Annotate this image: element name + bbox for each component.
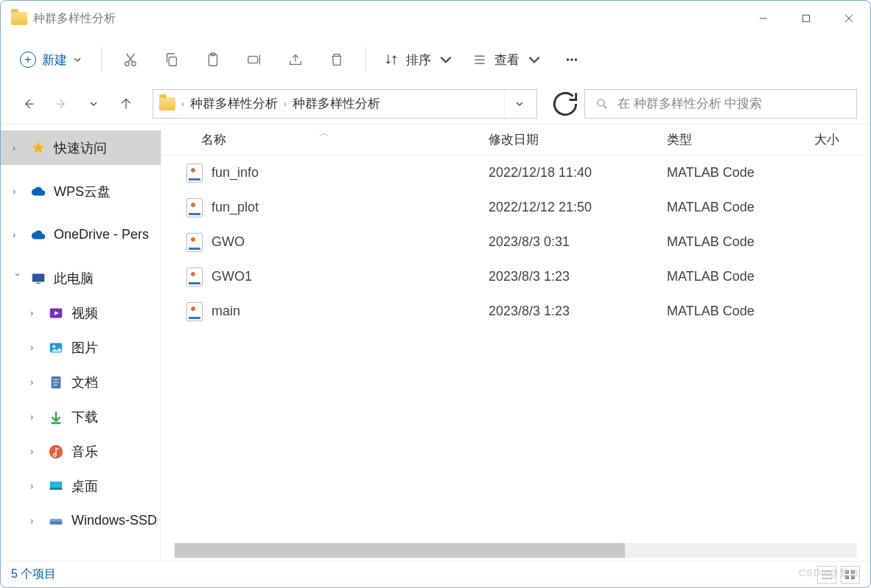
status-text: 5 个项目 [11, 567, 56, 582]
sidebar-item-label: 图片 [71, 339, 98, 357]
new-button[interactable]: + 新建 [10, 46, 92, 74]
table-row[interactable]: fun_plot2022/12/12 21:50MATLAB Code [161, 190, 870, 225]
chevron-right-icon[interactable]: › [13, 186, 23, 197]
search-input[interactable]: 在 种群多样性分析 中搜索 [584, 89, 857, 119]
folder-icon [11, 12, 27, 25]
cut-button[interactable] [111, 43, 150, 76]
sidebar-item-onedrive[interactable]: › OneDrive - Pers [1, 217, 161, 252]
sidebar-item-label: 此电脑 [54, 270, 94, 287]
svg-rect-26 [36, 282, 41, 284]
more-button[interactable] [552, 43, 592, 76]
titlebar: 种群多样性分析 [1, 1, 870, 36]
file-type: MATLAB Code [667, 234, 814, 250]
chevron-right-icon[interactable]: › [30, 480, 41, 491]
video-icon [48, 305, 64, 321]
svg-rect-1 [803, 15, 810, 22]
desktop-icon [48, 478, 64, 494]
sort-icon [384, 52, 399, 67]
file-type: MATLAB Code [667, 165, 814, 181]
forward-button[interactable] [46, 89, 76, 119]
close-button[interactable] [828, 1, 870, 36]
column-size[interactable]: 大小 [814, 131, 870, 148]
recent-button[interactable] [79, 89, 108, 119]
chevron-right-icon[interactable]: › [30, 307, 41, 318]
sidebar-item-this-pc[interactable]: › 此电脑 [1, 261, 161, 295]
file-icon [186, 302, 203, 321]
sidebar-item-wps[interactable]: › WPS云盘 [1, 174, 161, 209]
file-name: fun_info [211, 165, 259, 181]
chevron-right-icon[interactable]: › [30, 515, 41, 526]
file-type: MATLAB Code [667, 269, 814, 284]
sidebar-item-desktop[interactable]: › 桌面 [1, 469, 161, 503]
svg-rect-41 [50, 521, 63, 524]
view-button[interactable]: 查看 [464, 46, 550, 74]
refresh-button[interactable] [549, 89, 581, 119]
sort-button[interactable]: 排序 [375, 46, 462, 74]
drive-icon [48, 513, 64, 529]
sidebar-item-label: 视频 [71, 304, 98, 322]
sidebar-item-videos[interactable]: › 视频 [1, 295, 161, 330]
search-placeholder: 在 种群多样性分析 中搜索 [618, 95, 762, 112]
chevron-down-icon[interactable]: › [13, 273, 24, 284]
chevron-right-icon[interactable]: › [30, 446, 41, 457]
sidebar-item-pictures[interactable]: › 图片 [1, 330, 161, 365]
table-row[interactable]: main2023/8/3 1:23MATLAB Code [161, 294, 870, 329]
svg-point-23 [598, 99, 604, 106]
file-list: fun_info2022/12/18 11:40MATLAB Codefun_p… [161, 155, 870, 543]
file-icon [186, 198, 203, 217]
file-date: 2023/8/3 1:23 [489, 304, 667, 319]
copy-button[interactable] [152, 43, 192, 76]
delete-button[interactable] [317, 43, 357, 76]
window-controls [742, 1, 870, 36]
breadcrumb-dropdown[interactable] [504, 90, 534, 118]
table-row[interactable]: GWO2023/8/3 0:31MATLAB Code [161, 225, 870, 259]
file-date: 2022/12/18 11:40 [489, 165, 667, 181]
scrollbar-thumb[interactable] [175, 543, 625, 558]
sidebar-item-windows-ssd[interactable]: › Windows-SSD [1, 503, 161, 538]
svg-point-17 [567, 58, 569, 60]
column-date[interactable]: 修改日期 [489, 131, 667, 148]
breadcrumb-item[interactable]: 种群多样性分析 [184, 95, 284, 112]
file-type: MATLAB Code [667, 304, 814, 319]
horizontal-scrollbar[interactable] [175, 543, 857, 558]
chevron-right-icon[interactable]: › [30, 377, 41, 388]
table-row[interactable]: GWO12023/8/3 1:23MATLAB Code [161, 259, 870, 294]
maximize-button[interactable] [785, 1, 828, 36]
sidebar-item-quick-access[interactable]: › ★ 快速访问 [1, 130, 161, 165]
sidebar-item-documents[interactable]: › 文档 [1, 365, 161, 399]
watermark: CSDN@楚歌 [799, 567, 860, 580]
file-name: GWO1 [211, 269, 252, 284]
breadcrumb[interactable]: › 种群多样性分析 › 种群多样性分析 [153, 89, 537, 119]
picture-icon [48, 340, 64, 356]
file-name: main [211, 304, 240, 319]
up-button[interactable] [111, 89, 141, 119]
svg-point-19 [575, 58, 577, 60]
separator [365, 47, 366, 72]
sidebar-item-downloads[interactable]: › 下载 [1, 399, 161, 434]
chevron-right-icon[interactable]: › [13, 142, 23, 153]
file-name: GWO [211, 234, 245, 250]
chevron-right-icon[interactable]: › [30, 342, 41, 353]
rename-button[interactable] [234, 43, 274, 76]
view-icon [472, 52, 487, 67]
column-type[interactable]: 类型 [667, 131, 814, 148]
sidebar-item-label: 下载 [71, 408, 98, 426]
toolbar: + 新建 排序 查看 [1, 36, 870, 83]
monitor-icon [30, 270, 46, 287]
table-row[interactable]: fun_info2022/12/18 11:40MATLAB Code [161, 155, 870, 190]
svg-rect-39 [50, 487, 63, 489]
chevron-right-icon[interactable]: › [13, 229, 23, 240]
file-name: fun_plot [211, 200, 259, 215]
chevron-right-icon[interactable]: › [30, 411, 41, 422]
back-button[interactable] [14, 89, 43, 119]
file-icon [186, 233, 203, 252]
share-button[interactable] [276, 43, 315, 76]
paste-button[interactable] [193, 43, 233, 76]
sidebar-item-label: OneDrive - Pers [54, 227, 149, 242]
breadcrumb-item[interactable]: 种群多样性分析 [287, 95, 386, 112]
minimize-button[interactable] [742, 1, 785, 36]
sidebar-item-music[interactable]: › 音乐 [1, 434, 161, 469]
column-name[interactable]: 名称︿ [186, 131, 489, 148]
svg-point-18 [570, 58, 573, 60]
file-icon [186, 267, 203, 287]
